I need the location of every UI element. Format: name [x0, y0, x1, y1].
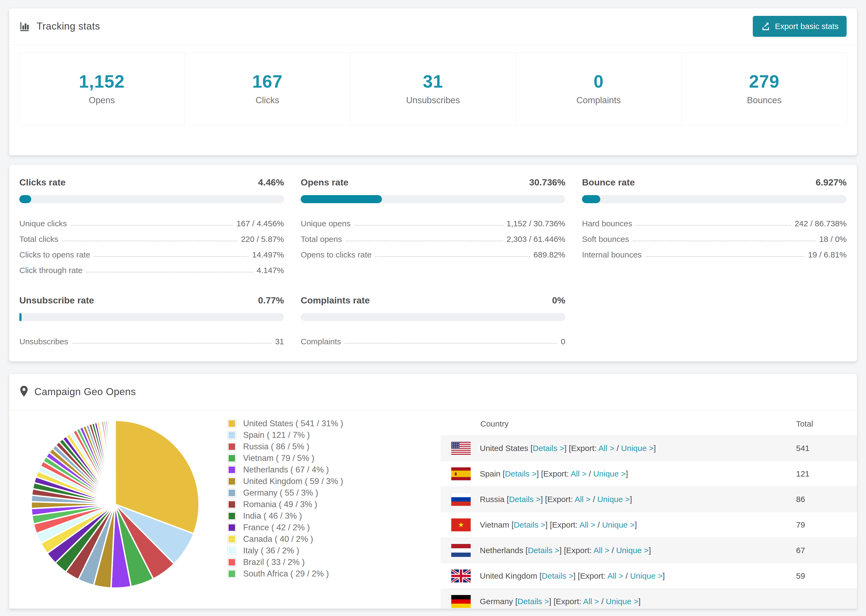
rate-value: 30.736%	[529, 177, 565, 188]
export-basic-stats-button[interactable]: Export basic stats	[753, 16, 847, 37]
rate-progress-track	[301, 313, 565, 321]
rate-row: Unique clicks167 / 4.456%	[19, 212, 284, 228]
legend-item-spain[interactable]: Spain ( 121 / 7% )	[228, 429, 343, 441]
rate-title-row: Clicks rate4.46%	[19, 177, 284, 188]
geo-total-value: 67	[796, 546, 805, 555]
geo-table-row-us: United States [Details >] [Export: All >…	[441, 435, 857, 461]
legend-item-netherlands[interactable]: Netherlands ( 67 / 4% )	[228, 464, 343, 475]
rate-row-label: Click through rate	[19, 266, 83, 275]
legend-label: France ( 42 / 2% )	[243, 523, 310, 533]
rate-progress-fill	[301, 195, 382, 203]
export-all-link[interactable]: All >	[598, 444, 614, 453]
legend-marker	[228, 431, 236, 439]
export-unique-link[interactable]: Unique >	[593, 469, 626, 478]
rate-title: Opens rate	[301, 177, 348, 188]
details-link[interactable]: Details >	[518, 597, 549, 606]
rate-title: Bounce rate	[582, 177, 635, 188]
rate-row: Soft bounces18 / 0%	[582, 228, 847, 244]
rates-grid: Clicks rate4.46%Unique clicks167 / 4.456…	[9, 165, 857, 358]
details-link[interactable]: Details >	[505, 469, 537, 478]
geo-table-row-gb: United Kingdom [Details >] [Export: All …	[441, 563, 857, 589]
flag-vn-icon	[451, 519, 471, 531]
dotted-leader	[354, 225, 503, 226]
legend-item-brazil[interactable]: Brazil ( 33 / 2% )	[228, 556, 343, 568]
legend-marker	[228, 546, 236, 555]
map-pin-icon	[19, 385, 28, 398]
rates-card: Clicks rate4.46%Unique clicks167 / 4.456…	[9, 165, 857, 361]
rate-row-label: Unsubscribes	[19, 337, 68, 346]
legend-item-india[interactable]: India ( 46 / 3% )	[228, 510, 343, 522]
stat-card-bounces: 279Bounces	[681, 53, 847, 125]
export-all-link[interactable]: All >	[571, 469, 587, 478]
geo-table-body: United States [Details >] [Export: All >…	[441, 435, 857, 609]
legend-marker	[228, 454, 236, 462]
details-link[interactable]: Details >	[514, 520, 545, 529]
dotted-leader	[375, 256, 529, 257]
stat-label: Complaints	[576, 95, 621, 105]
legend-label: United States ( 541 / 31% )	[243, 419, 343, 428]
rate-value: 0.77%	[258, 295, 284, 306]
rate-row-label: Internal bounces	[582, 250, 642, 259]
legend-marker	[228, 523, 236, 532]
legend-item-romania[interactable]: Romania ( 49 / 3% )	[228, 498, 343, 510]
page-title: Tracking stats	[36, 21, 100, 32]
dotted-leader	[86, 272, 253, 272]
export-unique-link[interactable]: Unique >	[630, 571, 663, 580]
dashboard-page: Tracking stats Export basic stats 1,152O…	[0, 0, 866, 616]
rate-value: 4.46%	[258, 177, 284, 188]
legend-item-russia[interactable]: Russia ( 86 / 5% )	[228, 441, 343, 452]
rate-row-value: 0	[561, 337, 565, 346]
rate-row-label: Opens to clicks rate	[301, 250, 372, 259]
rate-progress-track	[19, 195, 284, 203]
legend-item-south-africa[interactable]: South Africa ( 29 / 2% )	[228, 568, 343, 580]
stat-label: Opens	[89, 95, 115, 105]
rate-title-row: Bounce rate6.927%	[582, 177, 847, 188]
rate-progress-fill	[19, 195, 31, 203]
geo-country-cell: Spain [Details >] [Export: All > / Uniqu…	[480, 469, 796, 478]
legend-marker	[228, 477, 236, 486]
export-all-link[interactable]: All >	[594, 546, 609, 555]
legend-marker	[228, 512, 236, 520]
export-all-link[interactable]: All >	[607, 571, 623, 580]
legend-item-united-states[interactable]: United States ( 541 / 31% )	[228, 418, 343, 429]
rate-progress-track	[19, 313, 284, 321]
export-all-link[interactable]: All >	[583, 597, 599, 606]
details-link[interactable]: Details >	[542, 571, 573, 580]
legend-marker	[228, 535, 236, 544]
geo-content: United States ( 541 / 31% )Spain ( 121 /…	[9, 410, 857, 609]
rate-title: Complaints rate	[301, 295, 370, 306]
details-link[interactable]: Details >	[509, 495, 540, 504]
rate-row: Unsubscribes31	[19, 330, 284, 346]
details-link[interactable]: Details >	[533, 444, 565, 453]
legend-label: Italy ( 36 / 2% )	[243, 546, 299, 556]
export-unique-link[interactable]: Unique >	[597, 495, 630, 504]
export-unique-link[interactable]: Unique >	[602, 520, 635, 529]
legend-item-italy[interactable]: Italy ( 36 / 2% )	[228, 545, 343, 556]
legend-label: Germany ( 55 / 3% )	[243, 488, 318, 498]
export-unique-link[interactable]: Unique >	[606, 597, 638, 606]
legend-item-france[interactable]: France ( 42 / 2% )	[228, 522, 343, 533]
rate-row-label: Unique opens	[301, 219, 350, 228]
legend-marker	[228, 442, 236, 451]
export-unique-link[interactable]: Unique >	[616, 546, 649, 555]
rate-row-value: 1,152 / 30.736%	[506, 219, 565, 228]
rate-row-label: Clicks to opens rate	[19, 250, 90, 259]
geo-col-country: Country	[480, 419, 796, 428]
legend-item-vietnam[interactable]: Vietnam ( 79 / 5% )	[228, 452, 343, 464]
legend-item-united-kingdom[interactable]: United Kingdom ( 59 / 3% )	[228, 475, 343, 487]
bar-chart-icon	[19, 20, 31, 33]
export-all-link[interactable]: All >	[575, 495, 590, 504]
export-unique-link[interactable]: Unique >	[621, 444, 653, 453]
rate-row: Clicks to opens rate14.497%	[19, 244, 284, 259]
legend-item-germany[interactable]: Germany ( 55 / 3% )	[228, 487, 343, 498]
dotted-leader	[636, 225, 791, 226]
rate-rows: Unique clicks167 / 4.456%Total clicks220…	[19, 212, 284, 275]
legend-label: United Kingdom ( 59 / 3% )	[243, 476, 343, 486]
details-link[interactable]: Details >	[527, 546, 559, 555]
rate-value: 0%	[552, 295, 565, 306]
stat-label: Bounces	[747, 95, 781, 105]
export-all-link[interactable]: All >	[579, 520, 595, 529]
legend-marker	[228, 465, 236, 474]
legend-item-canada[interactable]: Canada ( 40 / 2% )	[228, 533, 343, 545]
stat-value: 167	[252, 72, 283, 90]
